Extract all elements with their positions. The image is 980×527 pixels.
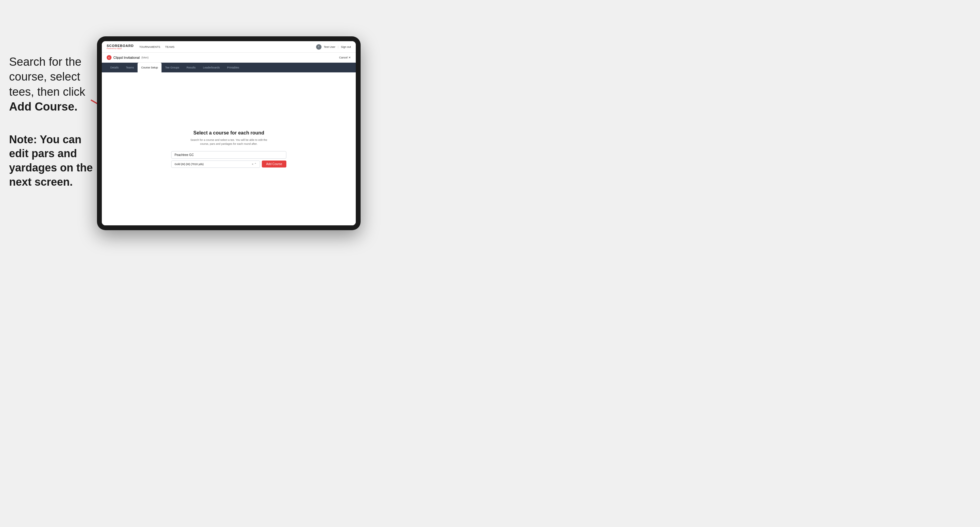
- expand-tee-icon[interactable]: ⌃: [254, 163, 257, 166]
- tab-teams[interactable]: Teams: [123, 63, 138, 72]
- nav-teams[interactable]: TEAMS: [165, 45, 175, 48]
- nav-links: TOURNAMENTS TEAMS: [139, 45, 174, 48]
- tee-select-controls: × ⌃: [252, 163, 257, 166]
- tab-bar: Details Teams Course Setup Tee Groups Re…: [102, 63, 356, 72]
- card-subtitle: Search for a course and select a tee. Yo…: [171, 138, 286, 146]
- user-name: Test User: [324, 45, 336, 48]
- navbar: SCOREBOARD Powered by clippd TOURNAMENTS…: [102, 41, 356, 53]
- tablet-device: SCOREBOARD Powered by clippd TOURNAMENTS…: [97, 37, 361, 230]
- tournament-icon: C: [107, 55, 111, 60]
- logo: SCOREBOARD Powered by clippd: [107, 44, 134, 49]
- sign-out-link[interactable]: Sign out: [341, 45, 351, 48]
- course-search-input[interactable]: [171, 151, 286, 159]
- tee-value: Gold (M) (M) (7010 yds): [175, 163, 204, 166]
- card-title: Select a course for each round: [171, 130, 286, 136]
- nav-tournaments[interactable]: TOURNAMENTS: [139, 45, 160, 48]
- user-avatar: T: [316, 44, 321, 50]
- tab-tee-groups[interactable]: Tee Groups: [162, 63, 183, 72]
- clear-tee-icon[interactable]: ×: [252, 163, 253, 166]
- tournament-title: C Clippd Invitational (Men): [107, 55, 148, 60]
- tab-printables[interactable]: Printables: [223, 63, 243, 72]
- tournament-header: C Clippd Invitational (Men) Cancel ✕: [102, 53, 356, 63]
- main-content: Select a course for each round Search fo…: [102, 72, 356, 225]
- annotation-text: Search for the course, select tees, then…: [9, 54, 94, 114]
- tee-select[interactable]: Gold (M) (M) (7010 yds) × ⌃: [171, 160, 260, 168]
- annotation-area: Search for the course, select tees, then…: [9, 54, 94, 189]
- cancel-button[interactable]: Cancel ✕: [339, 56, 351, 59]
- separator: |: [338, 45, 339, 48]
- annotation-note: Note: You can edit pars and yardages on …: [9, 133, 94, 189]
- tab-details[interactable]: Details: [107, 63, 123, 72]
- tournament-badge: (Men): [142, 56, 149, 59]
- navbar-left: SCOREBOARD Powered by clippd TOURNAMENTS…: [107, 44, 175, 49]
- tournament-name: Clippd Invitational: [113, 56, 140, 59]
- add-course-button[interactable]: Add Course: [262, 160, 286, 167]
- tab-leaderboards[interactable]: Leaderboards: [199, 63, 224, 72]
- tee-select-row: Gold (M) (M) (7010 yds) × ⌃ Add Course: [171, 160, 286, 168]
- tab-course-setup[interactable]: Course Setup: [138, 63, 162, 72]
- tab-results[interactable]: Results: [183, 63, 199, 72]
- course-card: Select a course for each round Search fo…: [171, 130, 286, 168]
- cancel-icon: ✕: [348, 56, 351, 59]
- navbar-right: T Test User | Sign out: [316, 44, 351, 50]
- tablet-screen: SCOREBOARD Powered by clippd TOURNAMENTS…: [102, 41, 356, 225]
